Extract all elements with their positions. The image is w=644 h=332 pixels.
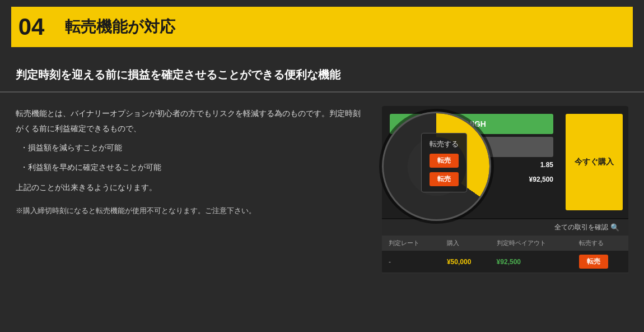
- right-panel: 転売する 転売 転売 HIGH LOW: [382, 106, 628, 273]
- view-all-text: 全ての取引を確認: [554, 223, 608, 232]
- subtitle-text: 判定時刻を迎える前に損益を確定させることができる便利な機能: [16, 68, 340, 81]
- search-icon: 🔍: [610, 223, 619, 232]
- description-paragraph1: 転売機能とは、バイナリーオプションが初心者の方でもリスクを軽減する為のものです。…: [16, 106, 364, 136]
- chart-circle-container: 転売する 転売 転売: [382, 112, 491, 221]
- cell-purchase: ¥50,000: [440, 251, 490, 273]
- description-paragraph2: 上記のことが出来きるようになります。: [16, 180, 364, 195]
- subtitle-section: 判定時刻を迎える前に損益を確定させることができる便利な機能: [0, 54, 644, 93]
- sell-button-1[interactable]: 転売: [430, 154, 459, 168]
- trades-table: 判定レート 購入 判定時ペイアウト 転売する - ¥50,000 ¥92,500: [382, 236, 628, 273]
- bullet2: ・利益額を早めに確定させることが可能: [16, 160, 364, 175]
- trading-panel: 転売する 転売 転売 HIGH LOW: [382, 106, 628, 273]
- buy-now-button[interactable]: 今すぐ購入: [566, 114, 623, 210]
- trading-top-layout: 転売する 転売 転売 HIGH LOW: [382, 106, 628, 218]
- view-all-link[interactable]: 全ての取引を確認 🔍: [554, 223, 619, 232]
- buy-now-col: 今すぐ購入: [559, 106, 628, 218]
- cell-rate: -: [382, 251, 440, 273]
- sell-popup-label: 転売する: [430, 139, 459, 149]
- cell-action: 転売: [572, 251, 628, 273]
- section-title: 転売機能が対応: [52, 7, 633, 47]
- section-number: 04: [11, 7, 52, 47]
- col-payout: 判定時ペイアウト: [490, 236, 572, 251]
- header-section: 04 転売機能が対応: [0, 0, 644, 54]
- col-action: 転売する: [572, 236, 628, 251]
- col-purchase: 購入: [440, 236, 490, 251]
- sell-table-button[interactable]: 転売: [579, 255, 608, 269]
- cell-payout-value: ¥92,500: [490, 251, 572, 273]
- col-rate: 判定レート: [382, 236, 440, 251]
- sell-button-2[interactable]: 転売: [430, 172, 459, 186]
- description-text: 転売機能とは、バイナリーオプションが初心者の方でもリスクを軽減する為のものです。…: [16, 106, 364, 273]
- table-row: - ¥50,000 ¥92,500 転売: [382, 251, 628, 273]
- bullet1: ・損益額を減らすことが可能: [16, 140, 364, 155]
- main-content: 転売機能とは、バイナリーオプションが初心者の方でもリスクを軽減する為のものです。…: [0, 93, 644, 287]
- payout-value: 1.85: [540, 161, 553, 170]
- trades-header: 全ての取引を確認 🔍: [382, 219, 628, 236]
- sell-popup-box: 転売する 転売 転売: [421, 133, 467, 192]
- payout-amount-value: ¥92,500: [529, 176, 553, 185]
- description-note: ※購入締切時刻になると転売機能が使用不可となります。ご注意下さい。: [16, 204, 364, 218]
